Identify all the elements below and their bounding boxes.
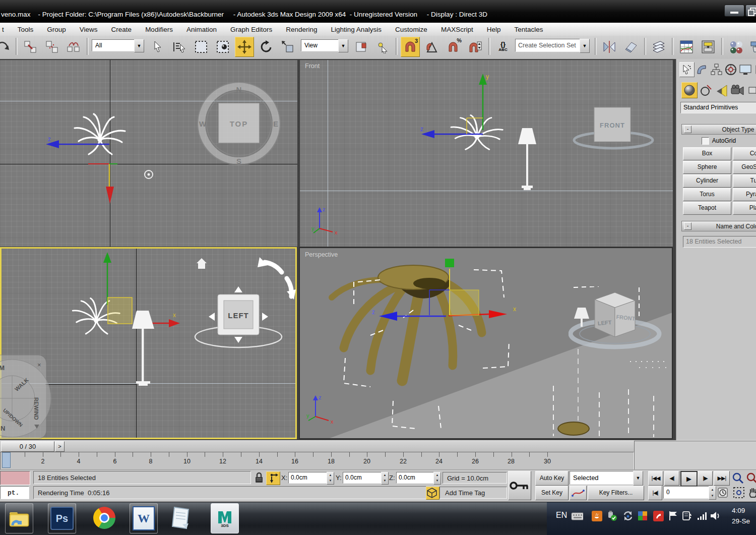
disc-object-perspective[interactable] <box>557 422 590 436</box>
x-coord-field[interactable]: 0.0cm <box>288 472 329 484</box>
lamp-object-left[interactable] <box>132 310 156 386</box>
create-tube-button[interactable]: Tube <box>733 174 756 188</box>
compass-south[interactable]: S <box>236 157 241 165</box>
select-and-link-button[interactable] <box>21 37 40 57</box>
previous-frame-button[interactable]: ◀| <box>664 471 679 486</box>
viewcube-rotate-ccw-icon[interactable] <box>265 262 282 272</box>
create-torus-button[interactable]: Torus <box>683 188 731 201</box>
tray-volume-icon[interactable] <box>710 510 722 521</box>
create-sphere-button[interactable]: Sphere <box>683 161 731 174</box>
chevron-down-icon[interactable]: ▼ <box>134 39 144 52</box>
compass-east[interactable]: E <box>273 120 278 128</box>
track-bar[interactable]: 0 2 4 6 8 10 12 14 16 18 20 22 24 26 28 … <box>0 452 634 470</box>
maxscript-listener-line[interactable]: pt. <box>0 486 29 499</box>
tab-motion[interactable] <box>723 62 738 77</box>
select-by-name-button[interactable] <box>170 37 189 57</box>
pan-hand-icon[interactable] <box>748 487 756 501</box>
z-coord-field[interactable]: 0.0cm <box>396 472 435 484</box>
collapse-icon[interactable]: - <box>684 222 691 230</box>
key-mode-toggle-button[interactable]: |◀| <box>648 486 662 500</box>
set-key-button[interactable]: Set Key <box>535 486 569 500</box>
isolate-cube-button[interactable] <box>426 487 439 500</box>
lamp-object-perspective[interactable] <box>574 308 589 319</box>
tab-modify[interactable] <box>694 62 709 77</box>
chevron-down-icon[interactable]: ▼ <box>338 39 348 52</box>
named-selection-set-combo[interactable]: Create Selection Set ▼ <box>515 39 590 52</box>
minimize-button[interactable] <box>724 5 744 17</box>
menu-item-customize[interactable]: Customize <box>395 24 427 35</box>
zoom-region-icon[interactable] <box>733 487 745 501</box>
menu-item-modifiers[interactable]: Modifiers <box>145 24 173 35</box>
viewcube-arrow-down[interactable] <box>234 337 242 343</box>
play-button[interactable]: ▶ <box>680 471 698 487</box>
render-setup-button[interactable] <box>748 37 756 57</box>
go-to-start-button[interactable]: |◀◀ <box>648 471 663 486</box>
category-lights-button[interactable] <box>714 82 730 98</box>
selection-filter-dropdown[interactable]: All ▼ <box>92 39 144 51</box>
create-box-button[interactable]: Box <box>683 147 731 160</box>
zoom-icon[interactable] <box>732 472 744 486</box>
chevron-down-icon[interactable]: ▼ <box>633 471 643 486</box>
menu-item-animation[interactable]: Animation <box>186 24 217 35</box>
menu-item-views[interactable]: Views <box>80 24 98 35</box>
tray-sync-icon[interactable] <box>622 510 634 521</box>
select-and-manipulate-button[interactable] <box>373 37 392 57</box>
reference-coordinate-dropdown[interactable]: View ▼ <box>301 39 348 51</box>
select-and-scale-button[interactable] <box>278 37 297 57</box>
viewcube-top-face[interactable]: TOP <box>230 120 248 128</box>
wheel-close-icon[interactable]: × <box>37 361 41 369</box>
curve-editor-button[interactable] <box>677 37 696 57</box>
menu-item-graph-editors[interactable]: Graph Editors <box>230 24 272 35</box>
zoom-all-icon[interactable] <box>746 472 756 486</box>
window-crossing-button[interactable] <box>213 37 232 57</box>
create-cone-button[interactable]: Cone <box>733 147 756 160</box>
menu-item-tools[interactable]: Tools <box>18 24 34 35</box>
tab-create[interactable] <box>679 62 695 77</box>
go-to-end-button[interactable]: ▶▶| <box>714 471 730 486</box>
move-gizmo-front[interactable]: z y <box>418 70 491 140</box>
viewcube-perspective[interactable]: LEFT FRONT <box>569 286 662 353</box>
viewcube-front[interactable]: FRONT <box>572 103 655 151</box>
wheel-rewind[interactable]: REWIND <box>33 397 39 420</box>
x-coord-spinner[interactable]: ▲▼ <box>327 472 334 485</box>
layer-manager-button[interactable] <box>649 37 668 57</box>
tray-antivirus-icon[interactable] <box>637 510 649 521</box>
current-frame-field[interactable]: 0 <box>663 486 711 499</box>
category-helpers-button[interactable] <box>745 82 756 98</box>
viewcube-left-hover[interactable]: LEFT <box>194 251 301 356</box>
menu-item-help[interactable]: Help <box>487 24 501 35</box>
create-pyramid-button[interactable]: Pyramid <box>733 188 756 201</box>
tray-flashget-icon[interactable] <box>652 510 664 521</box>
maxscript-macro-line[interactable] <box>0 471 30 485</box>
mirror-button[interactable] <box>600 37 619 57</box>
frame-spinner[interactable]: ▲▼ <box>709 486 716 500</box>
viewcube-front-face[interactable]: FRONT <box>600 122 625 129</box>
menu-item-create[interactable]: Create <box>111 24 132 35</box>
align-button[interactable] <box>621 37 641 57</box>
material-editor-button[interactable] <box>726 37 745 57</box>
object-category-dropdown[interactable]: Standard Primitives <box>680 102 756 113</box>
tray-java-icon[interactable] <box>591 510 603 521</box>
category-shapes-button[interactable] <box>698 82 714 98</box>
menu-item-maxscript[interactable]: MAXScript <box>441 24 473 35</box>
rectangular-selection-region-button[interactable] <box>192 37 211 57</box>
create-geosphere-button[interactable]: GeoSphere <box>733 161 756 174</box>
menu-item-tentacles[interactable]: Tentacles <box>514 24 543 35</box>
tray-language-indicator[interactable]: EN <box>556 511 567 520</box>
collapse-icon[interactable]: - <box>684 126 691 133</box>
menu-item-lighting-analysis[interactable]: Lighting Analysis <box>331 24 382 35</box>
steering-wheel[interactable]: ZOOM × R WALK REWIND UP/DOWN PAN <box>0 354 52 441</box>
set-keys-button[interactable] <box>508 471 531 500</box>
tray-usb-icon[interactable] <box>606 510 618 521</box>
taskbar-word-button[interactable]: W <box>130 503 158 533</box>
viewcube-arrow-up[interactable] <box>234 286 242 292</box>
angle-snap-button[interactable] <box>422 37 442 57</box>
key-mode-dropdown[interactable]: Selected ▼ <box>570 471 643 485</box>
taskbar-chrome-button[interactable] <box>91 503 118 532</box>
create-cylinder-button[interactable]: Cylinder <box>683 174 731 188</box>
tray-power-plug-icon[interactable] <box>681 510 694 521</box>
unlink-selection-button[interactable] <box>42 37 61 57</box>
wheel-zoom[interactable]: ZOOM <box>0 364 6 372</box>
create-plane-button[interactable]: Plane <box>733 202 756 215</box>
category-geometry-button[interactable] <box>681 82 698 98</box>
